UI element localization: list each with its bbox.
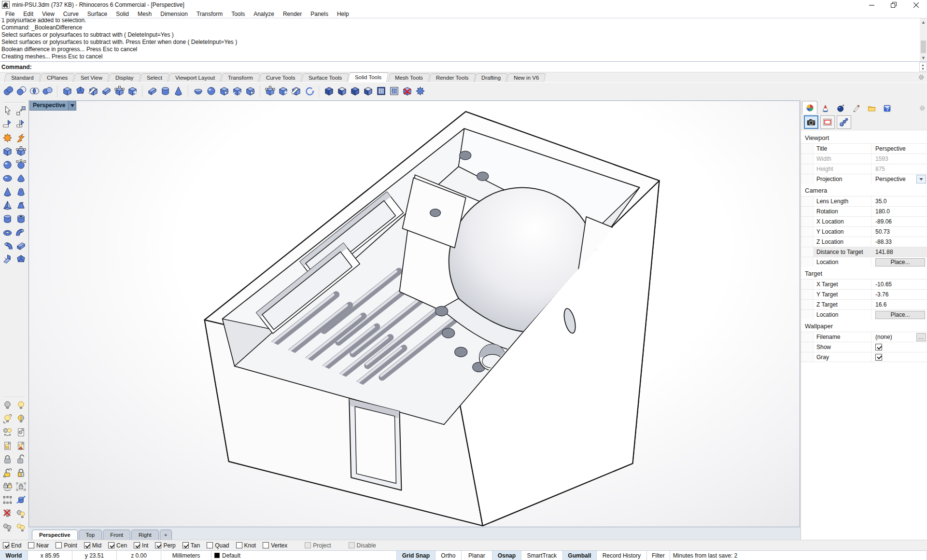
value-text-rotation[interactable]: 180.0 [875,208,890,215]
camera-properties-button[interactable] [804,115,818,129]
boolean-intersection-icon[interactable] [28,84,41,98]
convert-to-solid-icon[interactable] [126,84,139,98]
status-ortho[interactable]: Ortho [435,551,462,560]
control-points-icon[interactable] [1,493,14,506]
extrude-to-point-icon[interactable] [172,84,185,98]
toolbar-tab-render-tools[interactable]: Render Tools [429,73,476,82]
minimize-button[interactable] [860,0,883,10]
checkbox-cen[interactable] [108,542,114,548]
toolbar-tab-viewport-layout[interactable]: Viewport Layout [168,73,222,82]
delete-hole-icon[interactable] [401,84,414,98]
truncated-pyramid-icon[interactable] [14,199,27,211]
status-y-23-51[interactable]: y 23.51 [72,551,117,560]
viewport-title-tab[interactable]: Perspective [29,101,76,111]
viewport-tab-right[interactable]: Right [131,530,159,540]
toolbar-tab-mesh-tools[interactable]: Mesh Tools [388,73,430,82]
toolbar-tab-cplanes[interactable]: CPlanes [40,73,75,82]
sphere-3point-icon[interactable] [14,158,27,171]
context-help-panel-tab[interactable] [833,102,848,114]
close-button[interactable] [905,0,927,10]
display-panel-tab[interactable] [817,102,833,114]
all-lights-icon[interactable] [14,520,27,533]
toolbar-tab-set-view[interactable]: Set View [73,73,110,82]
properties-panel-tab[interactable] [802,101,817,114]
osnap-toggle-disable[interactable]: Disable [349,542,376,549]
extrude-curve-icon[interactable] [159,84,172,98]
twist-solid-icon[interactable] [303,84,316,98]
menu-item-curve[interactable]: Curve [59,11,83,17]
solid-points-on-icon[interactable] [264,84,277,98]
extend-surface-icon[interactable] [231,84,244,98]
checkbox-near[interactable] [28,542,34,548]
command-history-scrollbar[interactable]: ▲ ▼ [920,18,927,61]
viewport-tab-top[interactable]: Top [79,530,102,540]
status-world[interactable]: World [0,551,28,560]
swap-hidden-icon[interactable] [14,412,27,425]
value-text-z-location[interactable]: -88.33 [875,238,892,245]
hide-objects-icon[interactable] [1,399,14,411]
checkbox-end[interactable] [3,542,9,548]
status-minutes-from-last-save-2[interactable]: Minutes from last save: 2 [670,551,927,560]
hide-swap-icon[interactable] [1,426,14,438]
toolbar-options-gear-icon[interactable] [917,73,925,81]
scroll-track[interactable] [920,26,927,54]
menu-item-transform[interactable]: Transform [192,11,227,17]
scroll-down-icon[interactable]: ▼ [920,54,927,61]
status-osnap[interactable]: Osnap [492,551,521,560]
blend-edge-icon[interactable] [205,84,218,98]
toolbar-tab-standard[interactable]: Standard [4,73,41,82]
value-text-x-target[interactable]: -10.65 [875,281,892,288]
menu-item-help[interactable]: Help [333,11,353,17]
wire-cut-icon[interactable] [290,84,303,98]
status-x-85-95[interactable]: x 85.95 [28,551,72,560]
swap-locked-icon[interactable] [14,466,27,479]
place-button-camera-location[interactable]: Place... [875,258,925,266]
browse-button-filename[interactable]: ... [916,333,926,341]
toolbar-tab-surface-tools[interactable]: Surface Tools [301,73,349,82]
torus-icon[interactable] [1,226,14,238]
extract-surface-icon[interactable] [74,84,87,98]
osnap-toggle-int[interactable]: Int [134,542,148,549]
checkbox-tan[interactable] [183,542,189,548]
array-hole-icon[interactable] [375,84,388,98]
spinner-down-icon[interactable]: ▼ [920,67,926,71]
show-layers-detail-icon[interactable] [14,439,27,452]
osnap-toggle-end[interactable]: End [3,542,21,549]
viewport-tab-front[interactable]: Front [103,530,130,540]
extrude-along-curve-icon[interactable] [1,253,14,266]
toolbar-tab-drafting[interactable]: Drafting [474,73,508,82]
value-text-y-target[interactable]: -3.76 [875,291,888,298]
insert-edge-icon[interactable] [277,84,290,98]
menu-item-solid[interactable]: Solid [112,11,133,17]
toolbar-tab-select[interactable]: Select [140,73,169,82]
value-text-lens-length[interactable]: 35.0 [875,198,886,205]
checkbox-show[interactable] [875,344,882,350]
grid-hole-icon[interactable] [388,84,401,98]
explode-icon[interactable] [1,131,14,144]
target-properties-button[interactable] [837,115,851,129]
checkbox-knot[interactable] [236,542,242,548]
merge-all-faces-icon[interactable] [87,84,100,98]
viewport-properties-button[interactable] [820,115,835,129]
fillet-edge-icon[interactable] [192,84,205,98]
truncated-cone-icon[interactable] [14,185,27,198]
status-planar[interactable]: Planar [462,551,492,560]
toolbar-tab-curve-tools[interactable]: Curve Tools [259,73,302,82]
viewport-title-menu-button[interactable] [68,101,76,110]
shell-solid-icon[interactable] [336,84,349,98]
notes-panel-tab[interactable] [848,102,864,114]
checkbox-project[interactable] [305,542,311,548]
extrude-straight-icon[interactable] [14,239,27,252]
status-default[interactable]: Default [211,551,397,560]
split-icon[interactable] [14,118,27,130]
checkbox-vertex[interactable] [263,542,269,548]
panel-gear-icon[interactable] [918,104,926,112]
status-millimeters[interactable]: Millimeters [161,551,211,560]
toolbar-tab-transform[interactable]: Transform [221,73,260,82]
boolean-difference-icon[interactable] [15,84,28,98]
osnap-toggle-tan[interactable]: Tan [183,542,200,549]
ellipsoid-icon[interactable] [1,172,14,184]
osnap-toggle-mid[interactable]: Mid [84,542,101,549]
value-text-x-location[interactable]: -89.06 [875,218,892,225]
cap-planar-holes-icon[interactable] [61,84,74,98]
